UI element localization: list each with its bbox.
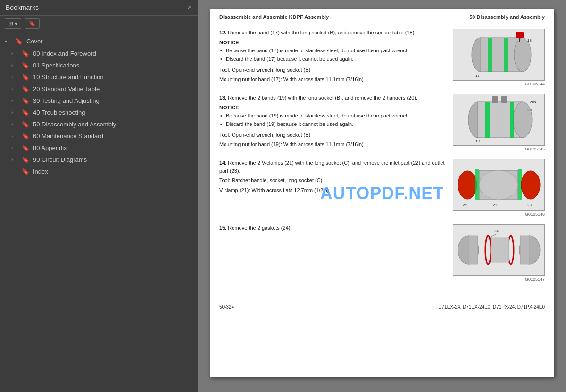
- chevron-right-icon: ›: [11, 98, 18, 103]
- bookmark-icon: 🔖: [22, 168, 29, 175]
- svg-point-24: [521, 171, 540, 199]
- chevron-right-icon: ›: [11, 122, 18, 127]
- bookmark-icon: 🔖: [22, 85, 29, 92]
- sidebar-item-30[interactable]: › 🔖 30 Testing and Adjusting: [0, 95, 198, 107]
- sidebar-item-cover[interactable]: ▾ 🔖 Cover: [0, 35, 198, 48]
- step-15: 15. Remove the 2 gaskets (24).: [219, 224, 545, 282]
- bookmark-view-button[interactable]: 🔖: [25, 18, 40, 29]
- step-13-tool: Tool: Open-end wrench, long socket (B): [219, 131, 445, 139]
- step-13-figure: 20a 20 19 G0105145: [453, 94, 545, 151]
- item-90-label: 90 Circuit Diagrams: [33, 156, 87, 163]
- sidebar-item-00[interactable]: › 🔖 00 Index and Foreword: [0, 48, 198, 59]
- sidebar-item-index[interactable]: › 🔖 Index: [0, 166, 198, 177]
- sidebar-item-90[interactable]: › 🔖 90 Circuit Diagrams: [0, 154, 198, 166]
- svg-text:21: 21: [493, 203, 497, 207]
- step-12-tool: Tool: Open-end wrench, long socket (B): [219, 66, 445, 74]
- fig-id-14: G0105146: [453, 212, 545, 217]
- step-12-intro: 12. Remove the band (17) with the long s…: [219, 29, 445, 37]
- item-index-label: Index: [33, 168, 48, 175]
- svg-point-23: [479, 170, 518, 200]
- step-13-notice: NOTICE Because the band (19) is made of …: [219, 105, 445, 128]
- svg-rect-14: [492, 96, 498, 103]
- step-15-text: 15. Remove the 2 gaskets (24).: [219, 224, 445, 282]
- chevron-right-icon: ›: [11, 75, 18, 80]
- sidebar: Bookmarks × ⊞ ▾ 🔖 ▾ 🔖 Cover › 🔖 00 Index…: [0, 0, 198, 392]
- bookmark-icon: 🔖: [22, 144, 29, 151]
- page-container[interactable]: Disassemble and Assemble KDPF Assembly 5…: [198, 0, 566, 392]
- item-60-label: 60 Maintenance Standard: [33, 133, 103, 140]
- view-button[interactable]: ⊞ ▾: [5, 18, 21, 29]
- svg-point-19: [458, 171, 477, 199]
- sidebar-item-60[interactable]: › 🔖 60 Maintenance Standard: [0, 130, 198, 142]
- fig-id-15: G0105147: [453, 277, 545, 282]
- svg-rect-15: [501, 96, 507, 103]
- notice-bullet-2: Discard the band (17) because it cannot …: [219, 55, 445, 63]
- close-button[interactable]: ×: [188, 4, 192, 11]
- step-13-mounting: Mounting nut for band (19): Width across…: [219, 141, 445, 149]
- bookmark-icon: 🔖: [22, 121, 29, 128]
- chevron-right-icon: ›: [11, 133, 18, 139]
- item-01-label: 01 Specifications: [33, 62, 79, 69]
- svg-rect-12: [485, 102, 490, 138]
- footer-page-num: 50-324: [219, 304, 234, 309]
- item-20-label: 20 Standard Value Table: [33, 85, 100, 92]
- chevron-right-icon: ›: [11, 145, 18, 150]
- page-footer: 50-324 D71EX-24, D71EX-24E0, D71PX-24, D…: [210, 301, 554, 312]
- svg-text:23: 23: [527, 203, 532, 207]
- step-12-notice: NOTICE Because the band (17) is made of …: [219, 40, 445, 63]
- svg-text:17: 17: [475, 74, 480, 78]
- svg-text:22: 22: [463, 203, 467, 207]
- step-15-intro: 15. Remove the 2 gaskets (24).: [219, 224, 445, 232]
- sidebar-toolbar: ⊞ ▾ 🔖: [0, 16, 198, 32]
- chevron-right-icon: ›: [11, 51, 18, 56]
- fig-g0105145: 20a 20 19: [453, 94, 545, 146]
- chevron-right-icon: ›: [11, 63, 18, 68]
- fig-g0105147: 24: [453, 224, 545, 276]
- sidebar-item-20[interactable]: › 🔖 20 Standard Value Table: [0, 83, 198, 95]
- notice-bullet-1: Because the band (17) is made of stainle…: [219, 47, 445, 55]
- page-body: 12. Remove the band (17) with the long s…: [210, 24, 554, 296]
- sidebar-item-40[interactable]: › 🔖 40 Troubleshooting: [0, 107, 198, 118]
- chevron-right-icon: ›: [11, 110, 18, 115]
- item-40-label: 40 Troubleshooting: [33, 109, 85, 116]
- notice-label: NOTICE: [219, 40, 445, 45]
- bookmark-icon: 🔖: [15, 38, 23, 45]
- chevron-right-icon: ›: [11, 86, 18, 92]
- svg-rect-3: [488, 38, 492, 72]
- cover-label: Cover: [26, 38, 43, 45]
- svg-text:20a: 20a: [530, 100, 536, 104]
- svg-rect-32: [491, 238, 509, 262]
- sidebar-item-50[interactable]: › 🔖 50 Disassembly and Assembly: [0, 118, 198, 130]
- svg-line-36: [488, 234, 498, 238]
- grid-icon: ⊞: [8, 20, 13, 27]
- bookmark-icon: 🔖: [22, 156, 29, 163]
- sidebar-title: Bookmarks: [6, 4, 39, 11]
- svg-point-2: [514, 38, 531, 72]
- bookmark-icon: 🔖: [22, 97, 29, 104]
- step-12-mounting: Mounting nut for band (17): Width across…: [219, 75, 445, 83]
- bookmark-icon: 🔖: [29, 20, 36, 27]
- svg-point-11: [513, 102, 532, 138]
- fig-id-12: G0105144: [453, 82, 545, 86]
- sidebar-item-80[interactable]: › 🔖 80 Appendix: [0, 142, 198, 154]
- document-page: Disassemble and Assemble KDPF Assembly 5…: [210, 9, 554, 377]
- svg-rect-20: [475, 169, 479, 200]
- step-14-text: 14. Remove the 2 V-clamps (21) with the …: [219, 159, 445, 217]
- svg-point-30: [485, 236, 491, 264]
- sidebar-item-10[interactable]: › 🔖 10 Structure and Function: [0, 71, 198, 83]
- notice-bullet-2: Discard the band (19) because it cannot …: [219, 120, 445, 128]
- bookmark-icon: 🔖: [22, 133, 29, 140]
- notice-bullet-1: Because the band (19) is made of stainle…: [219, 112, 445, 120]
- fig-g0105144: 18 17: [453, 29, 545, 81]
- sidebar-item-01[interactable]: › 🔖 01 Specifications: [0, 59, 198, 71]
- step-14: 14. Remove the 2 V-clamps (21) with the …: [219, 159, 545, 217]
- fig-id-13: G0105145: [453, 147, 545, 151]
- svg-rect-4: [504, 38, 508, 72]
- footer-model: D71EX-24, D71EX-24E0, D71PX-24, D71PX-24…: [438, 304, 545, 309]
- bookmark-list: ▾ 🔖 Cover › 🔖 00 Index and Foreword › 🔖 …: [0, 32, 198, 392]
- svg-text:19: 19: [475, 139, 480, 143]
- step-14-intro: 14. Remove the 2 V-clamps (21) with the …: [219, 159, 445, 175]
- svg-rect-29: [468, 236, 478, 264]
- svg-rect-5: [516, 32, 524, 38]
- dropdown-icon: ▾: [15, 20, 17, 27]
